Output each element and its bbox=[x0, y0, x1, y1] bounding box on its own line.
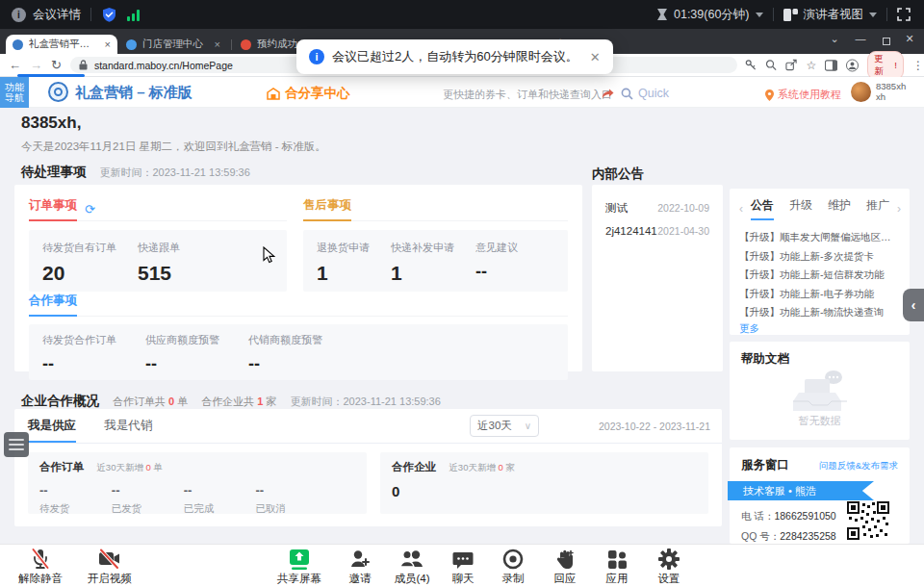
invite-button[interactable]: 邀请 bbox=[339, 548, 381, 586]
tab-favicon bbox=[13, 39, 23, 50]
profile-avatar-icon[interactable] bbox=[846, 59, 859, 72]
tab-close-icon[interactable]: × bbox=[215, 38, 220, 50]
bulletin-tab-announcement[interactable]: 公告 bbox=[751, 197, 774, 220]
tutorial-link[interactable]: 系统使用教程 bbox=[765, 88, 841, 102]
bulletin-more-link[interactable]: 更多 bbox=[739, 322, 900, 336]
tab-i-am-supplier[interactable]: 我是供应 bbox=[28, 409, 76, 443]
warehouse-icon bbox=[267, 88, 280, 100]
hourglass-icon bbox=[656, 8, 668, 21]
bulletin-next-icon[interactable]: › bbox=[897, 202, 901, 216]
aftersale-group-title[interactable]: 售后事项 bbox=[303, 197, 351, 221]
timer-caret-down-icon[interactable] bbox=[756, 13, 763, 17]
share-center-label: 合分享中心 bbox=[285, 85, 350, 102]
tab-i-am-reseller[interactable]: 我是代销 bbox=[104, 409, 152, 443]
browser-tab-2[interactable]: 门店管理中心 × bbox=[119, 35, 227, 54]
quick-share-icon bbox=[602, 89, 614, 99]
forward-icon[interactable]: → bbox=[30, 58, 42, 72]
notice-item[interactable]: 2j4124141 2021-04-30 bbox=[605, 219, 709, 242]
bulletin-item[interactable]: 【升级】功能上新-多次提货卡 bbox=[739, 247, 900, 267]
bulletin-item[interactable]: 【升级】顺丰发大闸蟹偏远地区不成功问... bbox=[739, 228, 900, 247]
coop-company-count: 0 bbox=[392, 483, 697, 499]
meeting-timer[interactable]: 01:39(60分钟) bbox=[674, 7, 750, 23]
user-avatar[interactable] bbox=[851, 82, 871, 102]
view-caret-down-icon[interactable] bbox=[869, 13, 877, 17]
meeting-details-button[interactable]: 会议详情 bbox=[33, 7, 81, 23]
invite-person-icon bbox=[349, 549, 371, 570]
share-icon[interactable] bbox=[785, 59, 797, 71]
window-minimize-button[interactable]: — bbox=[852, 33, 869, 44]
unmute-button[interactable]: 解除静音 bbox=[10, 548, 71, 586]
back-icon[interactable]: ← bbox=[9, 58, 21, 72]
tab-favicon bbox=[241, 39, 251, 50]
update-bang-icon: ! bbox=[894, 60, 897, 70]
function-nav-button[interactable]: 功能 导航 bbox=[0, 77, 29, 108]
coop-stat-shipped: --已发货 bbox=[112, 474, 142, 516]
stat-return-requests: 退换货申请 1 bbox=[317, 241, 370, 281]
coop-order-panel-sub: 近30天新增 0 单 bbox=[96, 462, 163, 472]
settings-button[interactable]: 设置 bbox=[649, 548, 689, 586]
zoom-icon[interactable] bbox=[765, 59, 777, 71]
share-screen-button[interactable]: 共享屏幕 bbox=[270, 548, 329, 586]
share-center-link[interactable]: 合分享中心 bbox=[267, 85, 350, 102]
tab-title: 礼盒营销平台管理中心 bbox=[29, 38, 99, 51]
fullscreen-icon[interactable] bbox=[897, 8, 911, 21]
order-group-title[interactable]: 订单事项 bbox=[29, 197, 77, 221]
tab-search-icon[interactable]: ⌄ bbox=[826, 33, 843, 45]
bulletin-item[interactable]: 【升级】功能上新-物流快递查询 bbox=[739, 303, 900, 322]
bulletin-tab-maintenance[interactable]: 维护 bbox=[828, 197, 851, 220]
help-empty-text: 暂无数据 bbox=[741, 414, 898, 428]
reload-icon[interactable]: ↻ bbox=[51, 58, 62, 72]
bulletin-prev-icon[interactable]: ‹ bbox=[739, 202, 743, 216]
browser-tab-1[interactable]: 礼盒营销平台管理中心 × bbox=[6, 35, 117, 54]
service-contacts: 电 话：18662591050 QQ 号：2284235258 bbox=[741, 503, 836, 544]
chrome-update-button[interactable]: 更新 ! bbox=[867, 51, 904, 80]
settings-gear-icon bbox=[658, 549, 680, 570]
bulletin-item[interactable]: 【升级】功能上新-电子券功能 bbox=[739, 285, 900, 304]
floating-widget[interactable] bbox=[4, 432, 29, 457]
tab-title: 预约成功 bbox=[257, 38, 302, 51]
side-panel-icon[interactable] bbox=[825, 60, 837, 71]
date-range-select[interactable]: 近30天 ∨ bbox=[470, 415, 539, 437]
notice-item-date: 2022-10-09 bbox=[657, 202, 709, 214]
coop-group-title[interactable]: 合作事项 bbox=[29, 293, 77, 317]
bulletin-tab-upgrade[interactable]: 升级 bbox=[789, 197, 812, 220]
record-button[interactable]: 录制 bbox=[493, 548, 533, 586]
service-title: 服务窗口 bbox=[741, 457, 789, 473]
chrome-menu-dots-icon[interactable]: ⋮ bbox=[912, 59, 924, 72]
divider bbox=[773, 8, 774, 21]
feedback-link[interactable]: 问题反馈&发布需求 bbox=[819, 460, 898, 472]
mouse-cursor bbox=[263, 246, 276, 264]
camera-off-icon bbox=[97, 549, 122, 570]
bookmark-star-icon[interactable]: ☆ bbox=[806, 59, 816, 72]
bulletin-tab-promo[interactable]: 推广 bbox=[866, 197, 889, 220]
apps-button[interactable]: 应用 bbox=[597, 548, 637, 586]
collapse-panel-handle[interactable]: ‹ bbox=[903, 289, 924, 321]
security-shield-icon[interactable] bbox=[101, 7, 117, 23]
coop-stat-cancelled: --已取消 bbox=[256, 474, 287, 516]
members-button[interactable]: 成员(4) bbox=[387, 548, 437, 586]
reactions-button[interactable]: 回应 bbox=[545, 548, 585, 586]
window-close-button[interactable]: ✕ bbox=[901, 33, 918, 45]
start-video-button[interactable]: 开启视频 bbox=[79, 548, 141, 586]
notice-item[interactable]: 测试 2022-10-09 bbox=[605, 196, 709, 219]
members-icon bbox=[399, 549, 424, 570]
stat-resend-requests: 快递补发申请 1 bbox=[391, 241, 454, 281]
network-signal-icon[interactable] bbox=[127, 9, 141, 21]
empty-box-icon bbox=[789, 370, 851, 414]
window-maximize-button[interactable] bbox=[883, 38, 890, 45]
quick-search[interactable]: Quick bbox=[621, 87, 669, 100]
range-value: 近30天 bbox=[477, 419, 512, 433]
welcome-name: 8385xh, bbox=[21, 114, 81, 133]
chat-button[interactable]: 聊天 bbox=[443, 548, 483, 586]
bulletin-item[interactable]: 【升级】功能上新-短信群发功能 bbox=[739, 266, 900, 285]
password-key-icon[interactable] bbox=[745, 59, 757, 71]
apps-grid-icon bbox=[607, 549, 628, 570]
refresh-icon[interactable]: ⟳ bbox=[85, 202, 95, 217]
view-mode-button[interactable]: 演讲者视图 bbox=[804, 7, 864, 23]
pending-updated-time: 更新时间：2023-11-21 13:59:36 bbox=[100, 166, 250, 180]
pending-section-header: 待处理事项 更新时间：2023-11-21 13:59:36 bbox=[21, 164, 250, 181]
quick-entry-hint: 更快捷的券卡、订单和快递查询入口 bbox=[443, 88, 612, 102]
share-screen-icon bbox=[288, 549, 311, 571]
tab-close-icon[interactable]: × bbox=[105, 38, 111, 50]
toast-close-icon[interactable]: ✕ bbox=[590, 50, 601, 64]
